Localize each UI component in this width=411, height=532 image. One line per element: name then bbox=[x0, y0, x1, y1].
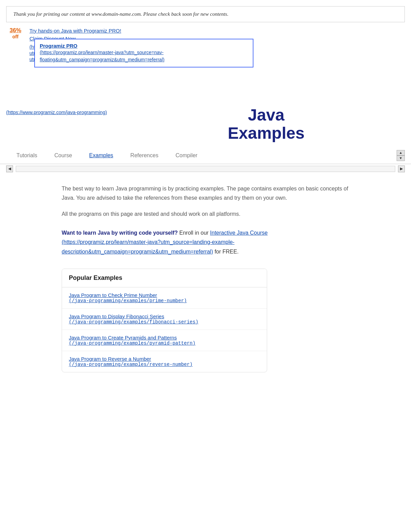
nav-floating-url-link[interactable]: (https://programiz.pro/learn/master-java… bbox=[40, 49, 248, 63]
popular-url-3: (/java-programming/examples/pyramid-patt… bbox=[69, 341, 260, 346]
page-title: Java Examples bbox=[127, 106, 405, 143]
nav-scroll-buttons: ▲ ▼ bbox=[397, 150, 405, 161]
cta-course-link[interactable]: Interactive Java Course bbox=[210, 230, 267, 236]
nav-scroll-down[interactable]: ▼ bbox=[397, 156, 405, 161]
nav-scroll-right-btn[interactable]: ▶ bbox=[398, 165, 405, 172]
popular-link-3[interactable]: Java Program to Create Pyramids and Patt… bbox=[69, 335, 260, 341]
nav-references[interactable]: References bbox=[130, 152, 159, 159]
site-header: (https://www.programiz.com/java-programm… bbox=[0, 97, 411, 143]
nav-floating-label[interactable]: Programiz PRO bbox=[40, 43, 77, 49]
popular-examples-header: Popular Examples bbox=[62, 269, 267, 287]
nav-course[interactable]: Course bbox=[54, 152, 72, 159]
discount-badge: 36% off bbox=[6, 27, 25, 39]
nav-tutorials[interactable]: Tutorials bbox=[16, 152, 37, 159]
cta-section: Want to learn Java by writing code yours… bbox=[62, 228, 349, 256]
nav-scroll-up[interactable]: ▲ bbox=[397, 150, 405, 156]
nav-bar: Tutorials Course Examples References Com… bbox=[0, 146, 411, 164]
nav-scroll-left-btn[interactable]: ◀ bbox=[6, 165, 13, 172]
page-title-block: Java Examples bbox=[127, 106, 405, 143]
popular-url-1: (/java-programming/examples/prime-number… bbox=[69, 298, 260, 304]
nav-examples[interactable]: Examples bbox=[89, 152, 113, 159]
cta-end-text: for FREE. bbox=[214, 249, 238, 255]
popular-link-1[interactable]: Java Program to Check Prime Number bbox=[69, 292, 260, 298]
popular-url-2: (/java-programming/examples/fibonacci-se… bbox=[69, 319, 260, 325]
main-content: The best way to learn Java programming i… bbox=[0, 174, 411, 383]
popular-examples-box: Popular Examples Java Program to Check P… bbox=[62, 269, 267, 372]
popular-link-2[interactable]: Java Program to Display Fibonacci Series bbox=[69, 313, 260, 319]
nav-floating-box: Programiz PRO (https://programiz.pro/lea… bbox=[34, 39, 253, 67]
popular-url-4: (/java-programming/examples/reverse-numb… bbox=[69, 362, 260, 367]
promo-area: 36% off Try hands-on Java with Programiz… bbox=[0, 22, 411, 62]
intro-paragraph-2: All the programs on this page are tested… bbox=[62, 209, 349, 219]
discount-percentage: 36% bbox=[10, 27, 21, 34]
nav-scrollbar-track bbox=[16, 166, 395, 172]
discount-off-label: off bbox=[12, 34, 18, 39]
popular-link-4[interactable]: Java Program to Reverse a Number bbox=[69, 356, 260, 362]
cta-bold-text: Want to learn Java by writing code yours… bbox=[62, 230, 178, 236]
cta-text: Enroll in our bbox=[179, 230, 210, 236]
site-logo-link[interactable]: (https://www.programiz.com/java-programm… bbox=[6, 109, 107, 116]
cta-course-url[interactable]: (https://programiz.pro/learn/master-java… bbox=[62, 239, 235, 254]
nav-items: Tutorials Course Examples References Com… bbox=[6, 152, 393, 159]
nav-compiler[interactable]: Compiler bbox=[175, 152, 197, 159]
nav-scroll-bar: ◀ ▶ bbox=[0, 164, 411, 174]
popular-item-3: Java Program to Create Pyramids and Patt… bbox=[62, 330, 267, 351]
popular-item-1: Java Program to Check Prime Number (/jav… bbox=[62, 287, 267, 309]
popular-item-2: Java Program to Display Fibonacci Series… bbox=[62, 309, 267, 330]
print-notice: Thank you for printing our content at ww… bbox=[6, 6, 405, 22]
intro-paragraph-1: The best way to learn Java programming i… bbox=[62, 184, 349, 202]
popular-item-4: Java Program to Reverse a Number (/java-… bbox=[62, 351, 267, 372]
